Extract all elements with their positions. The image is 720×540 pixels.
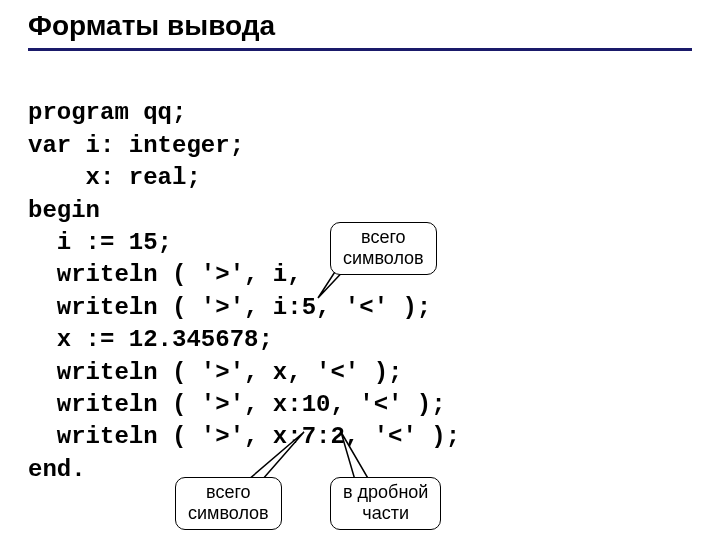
code-line: begin (28, 197, 100, 224)
callout-text: всего (343, 227, 424, 248)
code-line: writeln ( '>', x:7:2, '<' ); (28, 423, 460, 450)
callout-total-chars-top: всего символов (330, 222, 437, 275)
code-line: i := 15; (28, 229, 172, 256)
code-line: x := 12.345678; (28, 326, 273, 353)
callout-text: символов (188, 503, 269, 524)
code-line: writeln ( '>', x:10, '<' ); (28, 391, 446, 418)
callout-text: в дробной (343, 482, 428, 503)
title-rule (28, 48, 692, 51)
callout-text: символов (343, 248, 424, 269)
code-line: writeln ( '>', i, (28, 261, 302, 288)
callout-fractional-part: в дробной части (330, 477, 441, 530)
code-line: x: real; (28, 164, 201, 191)
code-block: program qq; var i: integer; x: real; beg… (28, 65, 692, 518)
code-line: writeln ( '>', i:5, '<' ); (28, 294, 431, 321)
code-line: end. (28, 456, 86, 483)
callout-total-chars-bottom: всего символов (175, 477, 282, 530)
code-line: program qq; (28, 99, 186, 126)
callout-text: всего (188, 482, 269, 503)
code-line: writeln ( '>', x, '<' ); (28, 359, 402, 386)
slide-title: Форматы вывода (28, 10, 692, 42)
slide: Форматы вывода program qq; var i: intege… (0, 0, 720, 540)
code-line: var i: integer; (28, 132, 244, 159)
callout-text: части (343, 503, 428, 524)
